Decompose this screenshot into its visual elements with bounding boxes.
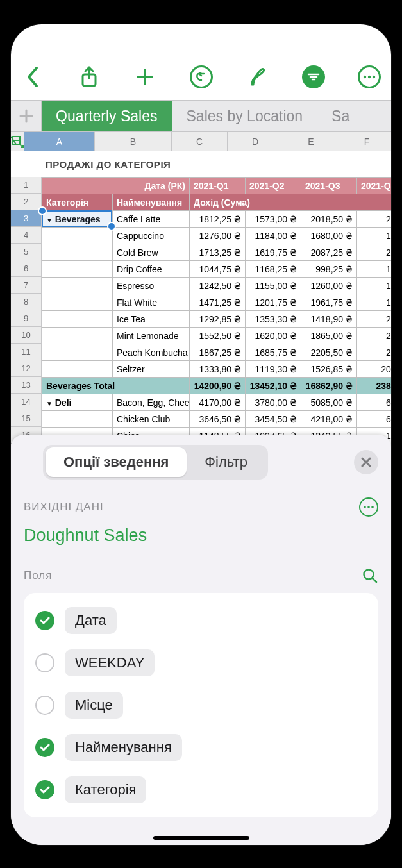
new-button[interactable] <box>130 63 160 91</box>
pivot-value-cell: 3454,50 ₴ <box>246 411 301 428</box>
row-header[interactable]: 7 <box>11 277 42 294</box>
field-pill[interactable]: WEEKDAY <box>65 649 155 676</box>
field-checkbox[interactable] <box>35 696 54 715</box>
pivot-name-cell: Ice Tea <box>113 311 190 328</box>
pivot-value-cell: 2552, <box>357 211 392 228</box>
column-header[interactable]: B <box>95 132 172 151</box>
row-header[interactable]: 10 <box>11 327 42 344</box>
pivot-category-cell[interactable] <box>42 278 113 294</box>
search-fields-button[interactable] <box>362 567 378 584</box>
pivot-value-cell: 1333,80 ₴ <box>190 361 246 378</box>
pivot-category-cell[interactable] <box>42 228 113 244</box>
pivot-value-cell: 1119,30 ₴ <box>246 361 301 378</box>
more-icon <box>364 506 374 508</box>
pivot-category-cell[interactable] <box>42 244 113 261</box>
sheet-tab-active[interactable]: Quarterly Sales <box>42 101 172 131</box>
row-header[interactable]: 3 <box>11 210 42 227</box>
field-row: Найменування <box>33 726 369 769</box>
pivot-name-cell: Cappuccino <box>113 228 190 244</box>
column-header[interactable]: F <box>339 132 391 151</box>
field-pill[interactable]: Місце <box>65 692 123 719</box>
new-sheet-button[interactable] <box>11 101 42 131</box>
more-icon <box>358 65 381 88</box>
pivot-category-cell[interactable] <box>42 261 113 278</box>
pivot-value-cell: 1680,00 ₴ <box>301 228 357 244</box>
column-header[interactable]: E <box>283 132 339 151</box>
row-header[interactable]: 4 <box>11 227 42 244</box>
row-header[interactable]: 11 <box>11 344 42 360</box>
row-header[interactable]: 8 <box>11 294 42 310</box>
field-checkbox[interactable] <box>35 653 54 672</box>
pivot-value-cell: 4170,00 ₴ <box>190 394 246 411</box>
source-data-label: Вихідні дані <box>24 497 378 517</box>
pivot-category-cell[interactable] <box>42 411 113 428</box>
sheet-tab[interactable]: Sa <box>317 101 364 131</box>
pivot-value-cell: 1921, <box>357 294 392 311</box>
row-header[interactable]: 15 <box>11 410 42 427</box>
row-header[interactable]: 12 <box>11 360 42 377</box>
pivot-value-cell: 5085,00 ₴ <box>301 394 357 411</box>
field-checkbox[interactable] <box>35 738 54 757</box>
sort-icon <box>302 65 325 88</box>
row-header[interactable]: 5 <box>11 244 42 260</box>
row-header[interactable]: 13 <box>11 377 42 394</box>
spreadsheet-grid[interactable]: 12345678910111213141516 ПРОДАЖІ ДО КАТЕГ… <box>11 151 391 444</box>
field-pill[interactable]: Категорія <box>65 776 146 803</box>
field-pill[interactable]: Найменування <box>65 734 182 761</box>
pivot-header-date: Дата (РК) <box>42 178 190 194</box>
column-header[interactable]: C <box>172 132 228 151</box>
pivot-total-value: 13452,10 ₴ <box>246 378 301 394</box>
field-pill[interactable]: Дата <box>65 607 117 634</box>
close-panel-button[interactable] <box>354 450 378 474</box>
pivot-name-cell: Cold Brew <box>113 244 190 261</box>
pivot-value-cell: 1961,75 ₴ <box>301 294 357 311</box>
select-all-cell[interactable] <box>11 132 24 151</box>
pivot-value-cell: 6227, <box>357 411 392 428</box>
pivot-header-quarter: 2021-Q3 <box>301 178 357 194</box>
pivot-value-cell: 3646,50 ₴ <box>190 411 246 428</box>
pivot-category-cell[interactable]: ▼ Beverages <box>42 211 113 228</box>
source-more-button[interactable] <box>359 497 378 517</box>
undo-button[interactable] <box>186 63 217 91</box>
sheet-tabs: Quarterly Sales Sales by Location Sa <box>11 100 391 132</box>
sort-button[interactable] <box>298 63 329 91</box>
column-header[interactable]: D <box>228 132 283 151</box>
seg-pivot-options[interactable]: Опції зведення <box>46 447 187 477</box>
pivot-value-cell: 1867,25 ₴ <box>190 344 246 361</box>
row-header[interactable]: 6 <box>11 260 42 277</box>
svg-point-17 <box>364 506 366 508</box>
pivot-category-cell[interactable] <box>42 328 113 344</box>
seg-filter[interactable]: Фільтр <box>187 447 265 477</box>
pivot-category-cell[interactable] <box>42 344 113 361</box>
more-button[interactable] <box>354 63 385 91</box>
pivot-value-cell: 1276,00 ₴ <box>190 228 246 244</box>
sheet-tab[interactable]: Sales by Location <box>172 101 318 131</box>
pivot-value-cell: 1685,75 ₴ <box>246 344 301 361</box>
field-row: Дата <box>33 599 369 642</box>
pivot-header-quarter: 2021-Q2 <box>246 178 301 194</box>
pivot-name-cell: Chicken Club <box>113 411 190 428</box>
column-header[interactable]: A <box>24 132 95 151</box>
field-checkbox[interactable] <box>35 611 54 630</box>
row-header[interactable]: 1 <box>11 177 42 194</box>
pivot-category-cell[interactable]: ▼ Deli <box>42 394 113 411</box>
format-brush-button[interactable] <box>242 63 272 91</box>
pivot-value-cell: 1201,75 ₴ <box>246 294 301 311</box>
pivot-value-cell: 1713,25 ₴ <box>190 244 246 261</box>
pivot-name-cell: Drip Coffee <box>113 261 190 278</box>
back-button[interactable] <box>17 63 48 91</box>
pivot-value-cell: 1155,00 ₴ <box>246 278 301 294</box>
pivot-category-cell[interactable] <box>42 311 113 328</box>
row-header[interactable]: 2 <box>11 194 42 210</box>
pivot-value-cell: 1242,50 ₴ <box>190 278 246 294</box>
field-checkbox[interactable] <box>35 780 54 799</box>
svg-line-21 <box>373 578 376 582</box>
source-table-name[interactable]: Doughnut Sales <box>24 526 378 546</box>
pivot-category-cell[interactable] <box>42 361 113 378</box>
row-header[interactable]: 14 <box>11 394 42 410</box>
pivot-name-cell: Mint Lemonade <box>113 328 190 344</box>
share-button[interactable] <box>74 63 105 91</box>
row-header[interactable]: 9 <box>11 310 42 327</box>
svg-point-19 <box>371 506 374 508</box>
pivot-category-cell[interactable] <box>42 294 113 311</box>
